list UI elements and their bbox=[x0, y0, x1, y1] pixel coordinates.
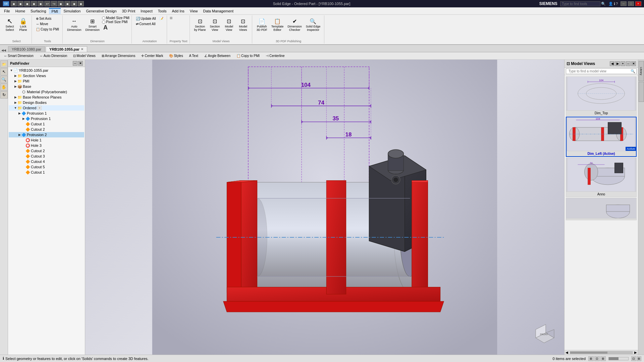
qat-btn[interactable]: ■ bbox=[24, 1, 30, 6]
convert-all-button[interactable]: ⇄Convert All bbox=[135, 21, 157, 26]
qat-btn[interactable]: ■ bbox=[71, 1, 77, 6]
menu-home[interactable]: Home bbox=[13, 8, 28, 14]
tree-item-section-views[interactable]: ▶ 📁 Section Views bbox=[9, 73, 84, 78]
edge-tab-2[interactable] bbox=[639, 82, 644, 102]
cmd-angle-between[interactable]: ∠Angle Between bbox=[202, 53, 233, 58]
set-axis-button[interactable]: ⊕Set Axis bbox=[35, 16, 60, 21]
qat-btn[interactable]: ↪ bbox=[51, 1, 57, 6]
cmd-styles[interactable]: 🎨Styles bbox=[167, 53, 185, 58]
tool-select[interactable]: ↖ bbox=[0, 68, 8, 75]
view-mode-btn-2[interactable]: ⊞ bbox=[637, 356, 641, 361]
zoom-slider[interactable] bbox=[608, 357, 629, 360]
zoom-slider-thumb[interactable] bbox=[609, 357, 619, 360]
qat-btn[interactable]: ■ bbox=[78, 1, 84, 6]
template-editor-button[interactable]: 📋 Template Editor bbox=[270, 16, 285, 33]
tree-item-base-ref-planes[interactable]: ▶ 📁 Base Reference Planes bbox=[9, 95, 84, 100]
mv-scroll-track[interactable] bbox=[570, 351, 633, 354]
auto-dimension-button[interactable]: ↔ Auto Dimension bbox=[65, 16, 83, 33]
mv-scroll-bar[interactable]: ◀ ▶ bbox=[565, 350, 638, 355]
cmd-copy-to-pmi[interactable]: 📋Copy to PMI bbox=[234, 53, 262, 58]
menu-surfacing[interactable]: Surfacing bbox=[28, 8, 49, 14]
mv-item-dim-top[interactable]: 104 Dim_Top bbox=[566, 76, 637, 116]
mv-scroll-left[interactable]: ◀ bbox=[565, 351, 569, 354]
qat-btn[interactable]: ■ bbox=[31, 1, 37, 6]
pixel-size-pmi-radio[interactable] bbox=[102, 20, 105, 24]
model-size-pmi-radio[interactable] bbox=[102, 16, 105, 20]
tool-pan[interactable]: ✋ bbox=[0, 83, 8, 91]
qat-btn[interactable]: ■ bbox=[58, 1, 64, 6]
mv-close[interactable]: ✕ bbox=[631, 61, 636, 66]
cmd-smart-dimension[interactable]: ↔Smart Dimension bbox=[1, 53, 36, 58]
menu-file[interactable]: File bbox=[1, 8, 13, 14]
tree-item-ordered[interactable]: ▼ 📁 Ordered ≡ bbox=[9, 105, 84, 111]
tree-item-material[interactable]: ▶ ⬡ Material (Polycarbonate) bbox=[9, 89, 84, 95]
restore-button[interactable]: □ bbox=[628, 1, 634, 6]
tree-expander-protrusion2[interactable]: ▶ bbox=[17, 133, 21, 137]
qat-btn[interactable]: ■ bbox=[11, 1, 17, 6]
tree-expander-section-views[interactable]: ▶ bbox=[13, 74, 17, 78]
tree-item-cutout2[interactable]: ▶ 🔶 Cutout 2 bbox=[9, 127, 84, 132]
mv-search-input[interactable] bbox=[567, 69, 631, 73]
tree-expander-base-ref[interactable]: ▶ bbox=[13, 95, 17, 99]
lock-plane-button[interactable]: 🔒 Lock Plane bbox=[17, 16, 30, 33]
qat-btn[interactable]: ↩ bbox=[44, 1, 50, 6]
tree-item-hole1[interactable]: ▶ ⭕ Hole 1 bbox=[9, 137, 84, 143]
toolbar-search-input[interactable] bbox=[560, 1, 600, 6]
tree-item-protrusion2[interactable]: ▶ 🔷 Protrusion 2 bbox=[9, 132, 84, 137]
section-view-button[interactable]: ⊡ Section View bbox=[208, 16, 222, 33]
tool-rotate[interactable]: ↻ bbox=[0, 91, 8, 99]
tree-expander-protrusion1[interactable]: ▶ bbox=[17, 111, 21, 115]
qat-btn[interactable]: ■ bbox=[64, 1, 70, 6]
tree-item-protrusion1-sub[interactable]: ▶ 🔷 Protrusion 1 bbox=[9, 116, 84, 121]
doc-tab-yrb100-1080[interactable]: YRB100-1080.par bbox=[8, 46, 45, 52]
menu-data-management[interactable]: Data Management bbox=[200, 8, 236, 14]
search-box[interactable]: 🔍 bbox=[560, 1, 606, 6]
doc-tab-close[interactable]: ✕ bbox=[81, 48, 84, 51]
mv-nav-next[interactable]: ▶ bbox=[615, 61, 620, 66]
tool-zoom[interactable]: 🔍 bbox=[0, 76, 8, 83]
publish-3dpdf-button[interactable]: 📄 Publish 3D PDF bbox=[255, 16, 269, 33]
tree-item-cutout1b[interactable]: ▶ 🔶 Cutout 1 bbox=[9, 170, 84, 175]
edge-tab-library[interactable]: Library bbox=[639, 61, 644, 81]
quick-access-toolbar[interactable]: ■ ■ ■ ■ ■ ↩ ↪ ■ ■ ■ ■ bbox=[11, 1, 84, 6]
copy-to-pmi-button[interactable]: 📋Copy to PMI bbox=[35, 27, 60, 32]
pathfinder-minimize[interactable]: ─ bbox=[73, 61, 77, 66]
mv-scroll-thumb[interactable] bbox=[570, 352, 607, 354]
tree-item-design-bodies[interactable]: ▶ 📁 Design Bodies bbox=[9, 100, 84, 105]
tree-expander-base[interactable]: ▶ bbox=[13, 84, 17, 88]
tree-item-root[interactable]: ▼ 📄 YRB100-1055.par bbox=[9, 68, 84, 73]
update-all-button[interactable]: 🔄Update All bbox=[135, 16, 157, 21]
tree-item-hole3[interactable]: ▶ ⭕ Hole 3 bbox=[9, 143, 84, 148]
viewport[interactable]: 104 74 35 18 bbox=[85, 60, 564, 355]
minimize-button[interactable]: ─ bbox=[621, 1, 627, 6]
qat-btn[interactable]: ■ bbox=[38, 1, 44, 6]
menu-3dprint[interactable]: 3D Print bbox=[119, 8, 138, 14]
tree-item-cutout2b[interactable]: ▶ 🔶 Cutout 2 bbox=[9, 148, 84, 154]
model-view-button[interactable]: ⊡ Model View bbox=[222, 16, 236, 33]
tree-item-pmi[interactable]: ▶ 📁 PMI bbox=[9, 78, 84, 84]
mv-item-4[interactable] bbox=[566, 198, 637, 220]
mv-item-anno[interactable]: 74 Anno bbox=[566, 158, 637, 197]
tree-expander-pmi[interactable]: ▶ bbox=[13, 79, 17, 83]
tree-item-protrusion1-group[interactable]: ▶ 🔷 Protrusion 1 bbox=[9, 111, 84, 116]
mv-search-box[interactable]: 🔍 bbox=[566, 68, 637, 74]
menu-pmi[interactable]: PMI bbox=[49, 8, 61, 14]
tree-expander-ordered[interactable]: ▼ bbox=[13, 106, 17, 110]
menu-generative-design[interactable]: Generative Design bbox=[83, 8, 119, 14]
status-btn-2[interactable]: ⊡ bbox=[594, 356, 600, 361]
select-button[interactable]: ↖ Select Select bbox=[3, 16, 16, 33]
view-mode-btn[interactable]: ⊡ bbox=[631, 356, 636, 361]
tool-pathfinder[interactable]: 📁 bbox=[0, 60, 8, 68]
navigation-cube[interactable]: FRONT bbox=[531, 321, 557, 348]
tree-item-cutout4[interactable]: ▶ 🔶 Cutout 4 bbox=[9, 159, 84, 164]
solid-edge-inspector-button[interactable]: 🔍 Solid Edge Inspector bbox=[304, 16, 322, 33]
tree-expander-root[interactable]: ▼ bbox=[9, 68, 13, 72]
section-by-plane-button[interactable]: ⊡ Section by Plane bbox=[193, 16, 208, 33]
mv-nav-prev[interactable]: ◀ bbox=[610, 61, 614, 66]
cmd-auto-dimension[interactable]: ↔Auto Dimension bbox=[37, 53, 70, 58]
mv-item-dim-left[interactable]: 104 Active Dim_Left (Active) bbox=[566, 117, 637, 157]
model-views-button[interactable]: ⊡ Model Views bbox=[236, 16, 250, 33]
mv-scroll-right[interactable]: ▶ bbox=[633, 351, 638, 354]
menu-simulation[interactable]: Simulation bbox=[61, 8, 83, 14]
window-controls[interactable]: ─ □ ✕ bbox=[621, 1, 641, 6]
